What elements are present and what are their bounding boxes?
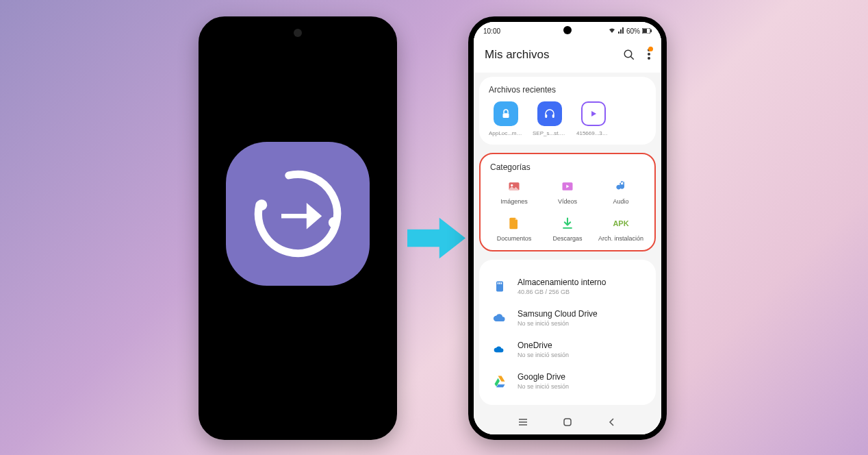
page-title: Mis archivos xyxy=(485,48,549,62)
category-label: Descargas xyxy=(552,235,582,242)
nav-recent-button[interactable] xyxy=(516,415,530,429)
category-videos[interactable]: Vídeos xyxy=(544,179,591,205)
quickshare-icon xyxy=(226,142,370,286)
phone-right: 10:00 60% Mis archivos Archivos reciente… xyxy=(468,16,667,440)
svg-rect-18 xyxy=(498,282,499,284)
more-menu-button[interactable] xyxy=(648,49,650,61)
cloud-icon xyxy=(492,310,508,326)
svg-point-6 xyxy=(624,50,632,58)
svg-line-7 xyxy=(630,56,634,60)
storage-title: OneDrive xyxy=(518,341,569,350)
nav-home-button[interactable] xyxy=(561,415,574,429)
download-icon xyxy=(560,216,575,231)
category-label: Arch. instalación xyxy=(598,235,643,242)
category-label: Imágenes xyxy=(500,198,528,205)
myfiles-screen: 10:00 60% Mis archivos Archivos reciente… xyxy=(474,22,661,434)
camera-notch xyxy=(563,26,572,34)
storage-google-drive[interactable]: Google Drive No se inició sesión xyxy=(489,365,646,397)
storage-internal[interactable]: Almacenamiento interno 40.86 GB / 256 GB xyxy=(489,271,646,302)
storage-card: Almacenamiento interno 40.86 GB / 256 GB… xyxy=(479,260,656,405)
arrow-right-icon xyxy=(407,212,465,264)
gdrive-icon xyxy=(492,373,508,389)
wifi-icon xyxy=(609,27,615,34)
svg-point-10 xyxy=(648,57,650,60)
doc-icon xyxy=(507,216,522,231)
signal-icon xyxy=(617,27,624,34)
recent-title: Archivos recientes xyxy=(489,85,646,95)
svg-point-1 xyxy=(256,199,267,210)
recent-item[interactable]: 415669...36.avi xyxy=(576,101,611,136)
svg-rect-12 xyxy=(545,114,547,118)
play-icon xyxy=(581,101,606,126)
video-icon xyxy=(560,179,575,194)
apk-icon: APK xyxy=(613,216,628,231)
storage-sub: No se inició sesión xyxy=(518,320,598,327)
nav-back-button[interactable] xyxy=(605,415,619,429)
recent-label: 415669...36.avi xyxy=(576,130,611,136)
storage-title: Samsung Cloud Drive xyxy=(518,309,598,319)
svg-point-2 xyxy=(329,217,340,228)
svg-rect-20 xyxy=(501,282,502,284)
svg-point-9 xyxy=(648,53,650,56)
storage-sub: No se inició sesión xyxy=(518,352,569,358)
svg-rect-19 xyxy=(499,282,500,284)
storage-onedrive[interactable]: OneDrive No se inició sesión xyxy=(489,334,646,365)
storage-sub: 40.86 GB / 256 GB xyxy=(518,288,606,295)
svg-rect-4 xyxy=(643,29,647,33)
category-apk[interactable]: APK Arch. instalación xyxy=(597,216,645,242)
category-label: Documentos xyxy=(497,235,532,242)
audio-icon xyxy=(613,179,628,194)
headphones-icon xyxy=(537,101,562,126)
status-right: 60% xyxy=(609,27,652,35)
storage-sub: No se inició sesión xyxy=(518,383,569,390)
svg-rect-11 xyxy=(503,113,509,118)
storage-samsung-cloud[interactable]: Samsung Cloud Drive No se inició sesión xyxy=(489,302,646,334)
category-audio[interactable]: Audio xyxy=(597,179,645,205)
categories-title: Categorías xyxy=(490,162,645,172)
search-icon[interactable] xyxy=(623,49,635,61)
svg-point-15 xyxy=(511,184,513,186)
storage-title: Google Drive xyxy=(518,372,569,382)
svg-rect-5 xyxy=(650,29,652,32)
app-header: Mis archivos xyxy=(474,40,661,73)
recent-label: AppLoc...m.apk xyxy=(489,130,523,136)
recent-files-card: Archivos recientes AppLoc...m.apk SEP_s.… xyxy=(479,77,656,145)
category-documents[interactable]: Documentos xyxy=(490,216,538,242)
category-label: Audio xyxy=(613,198,628,205)
lock-icon xyxy=(494,101,518,126)
recent-item[interactable]: AppLoc...m.apk xyxy=(489,101,523,136)
sd-icon xyxy=(492,278,508,295)
category-label: Vídeos xyxy=(558,198,577,205)
battery-icon xyxy=(642,28,652,34)
recent-label: SEP_s...st.apk xyxy=(533,130,567,136)
categories-card: Categorías Imágenes Vídeos Audio Documen… xyxy=(479,153,656,251)
more-icon xyxy=(648,49,650,60)
camera-notch xyxy=(294,29,302,37)
image-icon xyxy=(507,179,522,194)
android-nav-bar xyxy=(474,410,661,434)
category-downloads[interactable]: Descargas xyxy=(544,216,591,242)
phone-left xyxy=(199,16,397,440)
status-time: 10:00 xyxy=(483,27,500,35)
category-images[interactable]: Imágenes xyxy=(490,179,538,205)
svg-point-8 xyxy=(648,49,650,51)
svg-rect-13 xyxy=(552,114,554,118)
recent-item[interactable]: SEP_s...st.apk xyxy=(533,101,567,136)
storage-title: Almacenamiento interno xyxy=(518,278,606,287)
onedrive-icon xyxy=(492,341,508,358)
battery-text: 60% xyxy=(626,27,640,35)
svg-rect-24 xyxy=(564,419,571,426)
